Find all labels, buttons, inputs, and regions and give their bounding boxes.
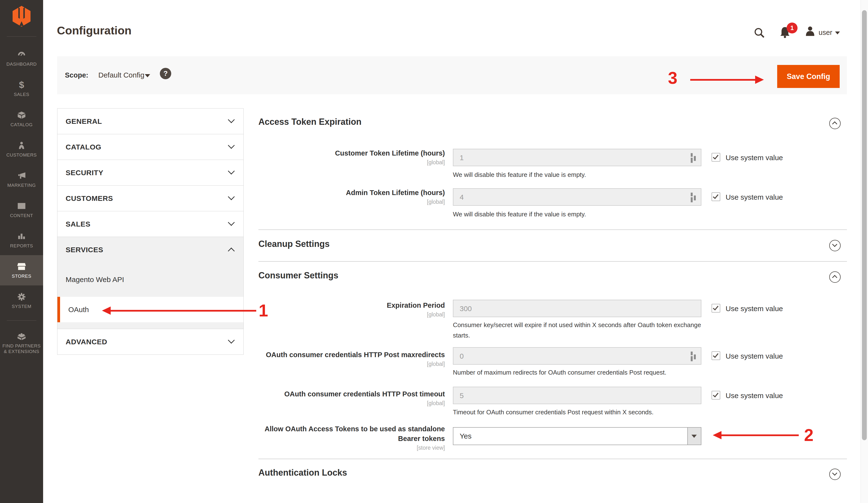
collapse-button-consumer-settings[interactable]	[829, 271, 841, 283]
chevron-up-icon	[832, 121, 837, 126]
collapse-button-authentication-locks[interactable]	[829, 469, 841, 480]
chevron-down-icon	[228, 116, 235, 123]
chevron-down-icon	[228, 193, 235, 200]
use-system-value-checkbox[interactable]	[712, 304, 720, 312]
use-system-value-checkbox[interactable]	[712, 153, 720, 162]
chevron-up-icon	[228, 248, 235, 254]
scope-help-icon[interactable]: ?	[160, 68, 171, 79]
autofill-bars-icon	[690, 153, 696, 163]
post-timeout-input[interactable]: 5	[453, 387, 701, 404]
reports-icon	[17, 232, 26, 241]
caret-down-icon	[691, 435, 697, 438]
field-note: Consumer key/secret will expire if not u…	[453, 320, 706, 341]
page-title: Configuration	[57, 24, 132, 37]
sidebar-item-sales[interactable]: $ SALES	[0, 73, 43, 104]
select-dropdown-button[interactable]	[687, 428, 701, 445]
section-title-cleanup-settings: Cleanup Settings	[258, 239, 330, 249]
stores-icon	[17, 262, 26, 271]
chevron-down-icon	[228, 219, 235, 226]
submenu-spacer	[58, 322, 244, 329]
scope-hint: [global]	[258, 159, 445, 166]
scope-caret-icon[interactable]	[145, 74, 150, 77]
section-divider	[258, 459, 847, 459]
save-config-button[interactable]: Save Config	[777, 65, 840, 88]
field-note: We will disable this feature if the valu…	[453, 209, 710, 219]
autofill-bars-icon	[690, 192, 696, 203]
annotation-arrow-1-line	[110, 310, 256, 311]
config-nav-security[interactable]: SECURITY	[57, 160, 244, 186]
admin-sidebar: DASHBOARD $ SALES CATALOG CUSTOMERS MARK…	[0, 0, 43, 503]
scope-hint: [store view]	[258, 445, 445, 451]
sidebar-item-reports[interactable]: REPORTS	[0, 225, 43, 255]
config-nav-services[interactable]: SERVICES	[57, 237, 244, 263]
admin-token-lifetime-input[interactable]: 4	[453, 188, 701, 206]
customers-icon	[17, 141, 26, 150]
field-note: Timeout for OAuth consumer credentials P…	[453, 407, 710, 418]
collapse-button-cleanup-settings[interactable]	[829, 240, 841, 251]
sidebar-item-catalog[interactable]: CATALOG	[0, 104, 43, 134]
config-nav-customers[interactable]: CUSTOMERS	[57, 185, 244, 211]
sidebar-divider	[7, 36, 36, 37]
annotation-arrow-2-line	[720, 434, 799, 436]
config-nav-advanced[interactable]: ADVANCED	[57, 329, 244, 355]
chevron-down-icon	[832, 242, 837, 247]
config-nav-sales[interactable]: SALES	[57, 211, 244, 237]
scope-switcher[interactable]: Default Config	[98, 71, 144, 79]
page-scrollbar	[860, 0, 868, 503]
allow-bearer-tokens-select[interactable]: Yes	[453, 427, 701, 445]
customer-token-lifetime-input[interactable]: 1	[453, 149, 701, 166]
magento-admin-configuration-page: DASHBOARD $ SALES CATALOG CUSTOMERS MARK…	[0, 0, 868, 503]
chevron-up-icon	[832, 275, 837, 280]
search-icon[interactable]	[754, 27, 765, 39]
scope-label: Scope:	[65, 71, 89, 79]
field-label-post-maxredirects: OAuth consumer credentials HTTP Post max…	[258, 350, 445, 367]
sidebar-item-dashboard[interactable]: DASHBOARD	[0, 43, 43, 73]
sidebar-item-find-partners[interactable]: FIND PARTNERS & EXTENSIONS	[0, 325, 43, 361]
field-label-customer-token-lifetime: Customer Token Lifetime (hours) [global]	[258, 148, 445, 166]
scrollbar-thumb[interactable]	[862, 10, 867, 440]
autofill-bars-icon	[690, 351, 696, 362]
scope-hint: [global]	[258, 311, 445, 318]
user-menu-caret-icon[interactable]	[835, 31, 840, 34]
scope-hint: [global]	[258, 199, 445, 205]
section-title-authentication-locks: Authentication Locks	[258, 468, 347, 478]
chevron-down-icon	[228, 168, 235, 174]
sidebar-item-content[interactable]: CONTENT	[0, 195, 43, 225]
subnav-oauth[interactable]: OAuth	[58, 297, 244, 322]
annotation-step-2: 2	[804, 425, 814, 445]
services-submenu: Magento Web API OAuth	[57, 263, 244, 329]
content-icon	[17, 201, 26, 211]
collapse-button-access-token-expiration[interactable]	[829, 118, 841, 129]
catalog-icon	[17, 111, 26, 120]
field-note: We will disable this feature if the valu…	[453, 170, 710, 180]
sidebar-item-marketing[interactable]: MARKETING	[0, 164, 43, 195]
scope-hint: [global]	[258, 361, 445, 367]
user-menu[interactable]: user	[819, 29, 832, 37]
sidebar-item-stores[interactable]: STORES	[0, 255, 43, 285]
section-title-consumer-settings: Consumer Settings	[258, 270, 338, 280]
config-nav-general[interactable]: GENERAL	[57, 108, 244, 134]
field-label-allow-bearer-tokens: Allow OAuth Access Tokens to be used as …	[258, 424, 445, 451]
use-system-value-checkbox[interactable]	[712, 192, 720, 201]
annotation-arrow-3-head	[755, 75, 764, 84]
magento-logo-icon[interactable]	[13, 6, 31, 27]
post-maxredirects-input[interactable]: 0	[453, 347, 701, 365]
config-nav-catalog[interactable]: CATALOG	[57, 134, 244, 160]
field-label-post-timeout: OAuth consumer credentials HTTP Post tim…	[258, 389, 445, 407]
use-system-value-checkbox[interactable]	[712, 391, 720, 400]
chevron-down-icon	[228, 337, 235, 343]
expiration-period-input[interactable]: 300	[453, 300, 701, 317]
sales-icon: $	[17, 80, 26, 90]
chevron-down-icon	[832, 471, 837, 476]
sidebar-item-system[interactable]: SYSTEM	[0, 285, 43, 316]
user-avatar-icon[interactable]	[805, 25, 816, 37]
chevron-down-icon	[228, 142, 235, 149]
annotation-arrow-3-line	[690, 79, 756, 81]
subnav-magento-web-api[interactable]: Magento Web API	[58, 263, 244, 297]
scope-toolbar: Scope: Default Config ? Save Config	[57, 56, 847, 94]
use-system-value-checkbox[interactable]	[712, 351, 720, 360]
section-title-access-token-expiration: Access Token Expiration	[258, 117, 361, 127]
extensions-icon	[17, 332, 26, 341]
sidebar-item-customers[interactable]: CUSTOMERS	[0, 134, 43, 164]
svg-text:$: $	[19, 80, 24, 90]
